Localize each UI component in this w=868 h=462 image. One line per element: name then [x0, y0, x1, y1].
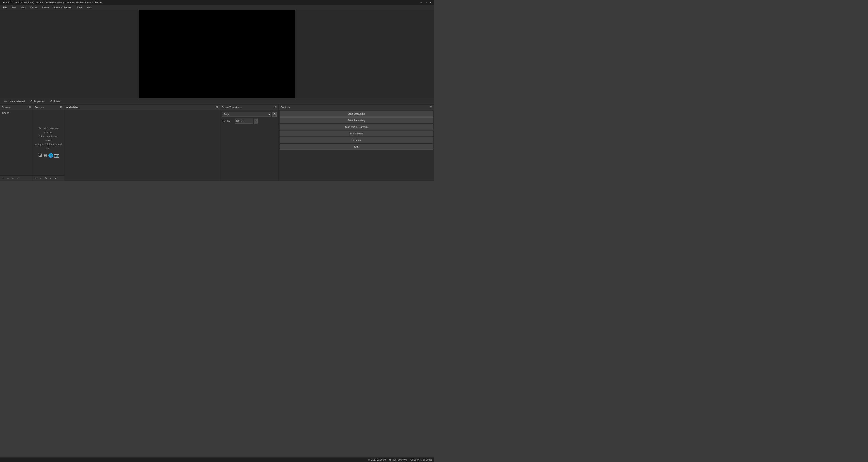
menu-file[interactable]: File: [1, 6, 9, 9]
maximize-button[interactable]: □: [424, 1, 428, 4]
audio-mixer-header: Audio Mixer ⊟: [64, 105, 220, 110]
sources-empty-message: You don't have any sources. Click the + …: [33, 110, 64, 175]
scenes-add-button[interactable]: +: [1, 176, 5, 180]
scenes-panel-header: Scenes ⊞: [0, 105, 33, 110]
sources-panel-header: Sources ⊞: [33, 105, 64, 110]
scene-transitions-content: Fade ⚙ Duration ▲ ▼: [220, 110, 278, 181]
sources-expand-icon[interactable]: ⊞: [60, 106, 62, 109]
transition-type-row: Fade ⚙: [222, 112, 277, 117]
duration-down-button[interactable]: ▼: [254, 121, 258, 123]
scene-transitions-header: Scene Transitions ⊟: [220, 105, 278, 110]
display-source-icon: 🖥: [43, 152, 47, 159]
bottom-panels: Scenes ⊞ Scene + − ∧ ∨ Sources ⊞ You don…: [0, 105, 434, 181]
menu-scene-collection[interactable]: Scene Collection: [51, 6, 74, 9]
transition-duration-row: Duration ▲ ▼: [222, 119, 277, 123]
image-source-icon: 🖼: [38, 152, 42, 159]
sources-add-button[interactable]: +: [34, 176, 38, 180]
gear-icon: ⚙: [30, 100, 33, 103]
window-controls: ─ □ ✕: [420, 1, 432, 4]
start-streaming-button[interactable]: Start Streaming: [280, 111, 433, 117]
controls-panel: Controls ⊟ Start Streaming Start Recordi…: [279, 105, 434, 181]
studio-mode-button[interactable]: Studio Mode: [280, 131, 433, 137]
audio-mixer-expand-icon[interactable]: ⊟: [216, 106, 218, 109]
scenes-toolbar: + − ∧ ∨: [0, 175, 33, 181]
no-source-label: No source selected: [2, 99, 27, 103]
scenes-up-button[interactable]: ∧: [11, 176, 15, 180]
transition-type-select[interactable]: Fade: [222, 112, 271, 117]
audio-mixer-panel: Audio Mixer ⊟: [64, 105, 220, 181]
transitions-expand-icon[interactable]: ⊟: [274, 106, 277, 109]
sources-header-icons: ⊞: [60, 106, 62, 109]
scenes-panel: Scenes ⊞ Scene + − ∧ ∨: [0, 105, 33, 181]
audio-mixer-header-icons: ⊟: [216, 106, 218, 109]
scenes-header-icons: ⊞: [29, 106, 31, 109]
titlebar: OBS 27.2.1 (64-bit, windows) - Profile: …: [0, 0, 434, 5]
start-virtual-camera-button[interactable]: Start Virtual Camera: [280, 124, 433, 130]
menu-view[interactable]: View: [18, 6, 28, 9]
preview-container: [0, 10, 434, 98]
minimize-button[interactable]: ─: [420, 1, 423, 4]
scenes-content: Scene: [0, 110, 33, 175]
close-button[interactable]: ✕: [429, 1, 432, 4]
sources-settings-button[interactable]: ⚙: [43, 176, 48, 180]
transition-settings-button[interactable]: ⚙: [272, 112, 277, 117]
camera-source-icon: 📷: [54, 152, 59, 159]
menubar: File Edit View Docks Profile Scene Colle…: [0, 5, 434, 10]
duration-up-button[interactable]: ▲: [254, 119, 258, 121]
settings-button[interactable]: Settings: [280, 137, 433, 143]
scene-item[interactable]: Scene: [1, 111, 32, 115]
controls-buttons-container: Start Streaming Start Recording Start Vi…: [279, 110, 434, 150]
sources-content[interactable]: You don't have any sources. Click the + …: [33, 110, 64, 175]
sources-up-button[interactable]: ∧: [49, 176, 53, 180]
duration-spinbox: ▲ ▼: [254, 119, 258, 123]
preview-screen: [139, 10, 295, 98]
browser-source-icon: 🌐: [48, 152, 53, 159]
window-title: OBS 27.2.1 (64-bit, windows) - Profile: …: [2, 1, 103, 4]
source-bar: No source selected ⚙ Properties ⚙ Filter…: [0, 98, 434, 105]
menu-edit[interactable]: Edit: [9, 6, 18, 9]
controls-header-icons: ⊟: [430, 106, 432, 109]
scenes-down-button[interactable]: ∨: [16, 176, 20, 180]
start-recording-button[interactable]: Start Recording: [280, 117, 433, 123]
sources-remove-button[interactable]: −: [39, 176, 43, 180]
filter-icon: ⚙: [50, 100, 53, 103]
sources-toolbar: + − ⚙ ∧ ∨: [33, 175, 64, 181]
sources-type-icons: 🖼 🖥 🌐 📷: [38, 152, 59, 159]
audio-mixer-content: [64, 110, 220, 181]
sources-panel: Sources ⊞ You don't have any sources. Cl…: [33, 105, 64, 181]
menu-tools[interactable]: Tools: [74, 6, 85, 9]
controls-content: Start Streaming Start Recording Start Vi…: [279, 110, 434, 181]
exit-button[interactable]: Exit: [280, 144, 433, 149]
menu-docks[interactable]: Docks: [28, 6, 39, 9]
filters-button[interactable]: ⚙ Filters: [49, 99, 62, 103]
scenes-remove-button[interactable]: −: [6, 176, 10, 180]
duration-input[interactable]: [235, 119, 253, 123]
menu-help[interactable]: Help: [85, 6, 94, 9]
scene-transitions-panel: Scene Transitions ⊟ Fade ⚙ Duration ▲: [220, 105, 279, 181]
transitions-form: Fade ⚙ Duration ▲ ▼: [220, 110, 278, 127]
sources-down-button[interactable]: ∨: [54, 176, 58, 180]
scenes-expand-icon[interactable]: ⊞: [29, 106, 31, 109]
controls-panel-header: Controls ⊟: [279, 105, 434, 110]
menu-profile[interactable]: Profile: [39, 6, 51, 9]
transitions-header-icons: ⊟: [274, 106, 277, 109]
controls-expand-icon[interactable]: ⊟: [430, 106, 432, 109]
properties-button[interactable]: ⚙ Properties: [29, 99, 46, 103]
